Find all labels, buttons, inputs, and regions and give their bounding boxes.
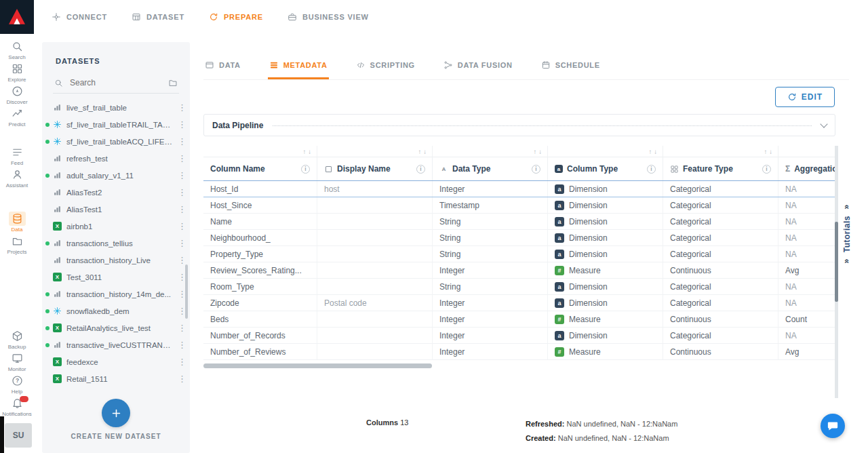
cell-data-type[interactable]: Integer (433, 328, 548, 343)
info-icon[interactable] (416, 165, 425, 174)
nav-item-prepare[interactable]: PREPARE (209, 12, 263, 22)
rail-item-discover[interactable]: Discover (0, 83, 34, 106)
cell-display-name[interactable] (317, 311, 433, 327)
header-aggregation[interactable]: Σ Aggregatio (778, 157, 835, 180)
cell-display-name[interactable] (317, 328, 433, 343)
cell-aggregation[interactable]: Avg (778, 344, 835, 359)
app-logo[interactable] (0, 0, 34, 34)
cell-data-type[interactable]: String (433, 279, 548, 294)
cell-feature-type[interactable]: Categorical (663, 181, 778, 197)
tab-schedule[interactable]: SCHEDULE (540, 53, 601, 79)
sort-control[interactable]: ↑↓ (663, 146, 778, 157)
dataset-item[interactable]: Retail_1511 (42, 370, 190, 387)
nav-item-connect[interactable]: CONNECT (52, 12, 107, 22)
header-feature-type[interactable]: Feature Type (663, 157, 778, 180)
cell-column-type[interactable]: Measure (548, 262, 663, 278)
scrollbar-thumb[interactable] (835, 222, 838, 302)
cell-data-type[interactable]: Integer (433, 311, 548, 327)
rail-item-feed[interactable]: Feed (0, 144, 34, 167)
user-avatar[interactable]: SU (5, 423, 32, 448)
dataset-item[interactable]: transaction_history_Live (42, 252, 190, 269)
sort-control[interactable]: ↑↓ (548, 146, 663, 157)
cell-column-type[interactable]: Dimension (548, 328, 663, 343)
dataset-item[interactable]: AliasTest1 (42, 201, 190, 218)
table-row[interactable]: Room_Type String Dimension Categorical N… (203, 279, 835, 295)
tab-data[interactable]: DATA (203, 53, 242, 79)
kebab-menu-icon[interactable] (178, 323, 184, 333)
dataset-search-input[interactable] (68, 77, 150, 88)
table-row[interactable]: Neighbourhood_ String Dimension Categori… (203, 230, 835, 246)
info-icon[interactable] (647, 165, 656, 174)
info-icon[interactable] (301, 165, 310, 174)
rail-item-monitor[interactable]: Monitor (0, 351, 34, 373)
sort-control[interactable]: ↑↓ (203, 146, 317, 157)
cell-column-type[interactable]: Dimension (548, 295, 663, 311)
kebab-menu-icon[interactable] (178, 289, 184, 299)
kebab-menu-icon[interactable] (178, 340, 184, 350)
cell-column-type[interactable]: Dimension (548, 214, 663, 229)
dataset-item[interactable]: Test_3011 (42, 269, 190, 285)
dataset-item[interactable]: snowflakedb_dem (42, 302, 190, 319)
edit-button[interactable]: EDIT (775, 87, 835, 107)
cell-display-name[interactable] (317, 279, 433, 294)
header-display-name[interactable]: Display Name (317, 157, 433, 180)
kebab-menu-icon[interactable] (178, 170, 184, 180)
cell-aggregation[interactable]: Count (778, 311, 835, 327)
cell-aggregation[interactable]: NA (778, 328, 835, 343)
dataset-item[interactable]: live_sf_trail_table (42, 104, 190, 116)
data-pipeline-toggle[interactable]: Data Pipeline (203, 114, 835, 136)
dataset-item[interactable]: airbnb1 (42, 218, 190, 235)
table-row[interactable]: Beds Integer Measure Continuous Count (203, 311, 835, 328)
cell-data-type[interactable]: Timestamp (433, 197, 548, 213)
cell-aggregation[interactable]: NA (778, 197, 835, 213)
cell-aggregation[interactable]: NA (778, 214, 835, 229)
kebab-menu-icon[interactable] (178, 204, 184, 214)
table-row[interactable]: Name String Dimension Categorical NA (203, 214, 835, 230)
cell-data-type[interactable]: Integer (433, 262, 548, 278)
cell-column-type[interactable]: Dimension (548, 181, 663, 197)
cell-data-type[interactable]: String (433, 246, 548, 262)
table-row[interactable]: Host_Since Timestamp Dimension Categoric… (203, 197, 835, 214)
cell-feature-type[interactable]: Categorical (663, 230, 778, 245)
cell-aggregation[interactable]: NA (778, 181, 835, 197)
kebab-menu-icon[interactable] (178, 187, 184, 197)
table-row[interactable]: Number_of_Records Integer Dimension Cate… (203, 328, 835, 344)
kebab-menu-icon[interactable] (178, 255, 184, 265)
kebab-menu-icon[interactable] (178, 238, 184, 248)
kebab-menu-icon[interactable] (178, 104, 184, 113)
tab-scripting[interactable]: SCRIPTING (355, 53, 416, 79)
cell-data-type[interactable]: Integer (433, 181, 548, 197)
tab-metadata[interactable]: METADATA (268, 53, 329, 79)
create-new-dataset-button[interactable] (102, 399, 130, 427)
dataset-item[interactable]: transaction_history_14m_de... (42, 285, 190, 302)
rail-item-backup[interactable]: Backup (0, 328, 34, 351)
cell-column-type[interactable]: Dimension (548, 230, 663, 245)
folder-icon[interactable] (168, 78, 178, 87)
cell-feature-type[interactable]: Categorical (663, 246, 778, 262)
dataset-item[interactable]: adult_salary_v1_11 (42, 167, 190, 184)
chat-launcher[interactable] (821, 414, 845, 438)
kebab-menu-icon[interactable] (178, 357, 184, 367)
kebab-menu-icon[interactable] (178, 306, 184, 316)
cell-aggregation[interactable]: Avg (778, 262, 835, 278)
sort-control[interactable]: ↑↓ (433, 146, 548, 157)
cell-column-type[interactable]: Dimension (548, 279, 663, 294)
table-row[interactable]: Number_of_Reviews Integer Measure Contin… (203, 344, 835, 360)
sort-control[interactable]: ↑↓ (317, 146, 433, 157)
cell-feature-type[interactable]: Categorical (663, 197, 778, 213)
kebab-menu-icon[interactable] (178, 272, 184, 282)
cell-aggregation[interactable]: NA (778, 230, 835, 245)
rail-item-assistant[interactable]: Assistant (0, 167, 34, 189)
dataset-item[interactable]: refresh_test (42, 150, 190, 167)
cell-display-name[interactable] (317, 197, 433, 213)
tab-data-fusion[interactable]: DATA FUSION (442, 53, 514, 79)
table-horizontal-scrollbar[interactable] (203, 363, 432, 368)
rail-item-predict[interactable]: Predict (0, 106, 34, 128)
cell-column-type[interactable]: Dimension (548, 246, 663, 262)
table-vertical-scrollbar[interactable] (835, 146, 838, 398)
info-icon[interactable] (532, 165, 540, 174)
rail-item-explore[interactable]: Explore (0, 61, 34, 83)
cell-data-type[interactable]: String (433, 214, 548, 229)
cell-display-name[interactable] (317, 262, 433, 278)
dataset-item[interactable]: feedexce (42, 353, 190, 370)
